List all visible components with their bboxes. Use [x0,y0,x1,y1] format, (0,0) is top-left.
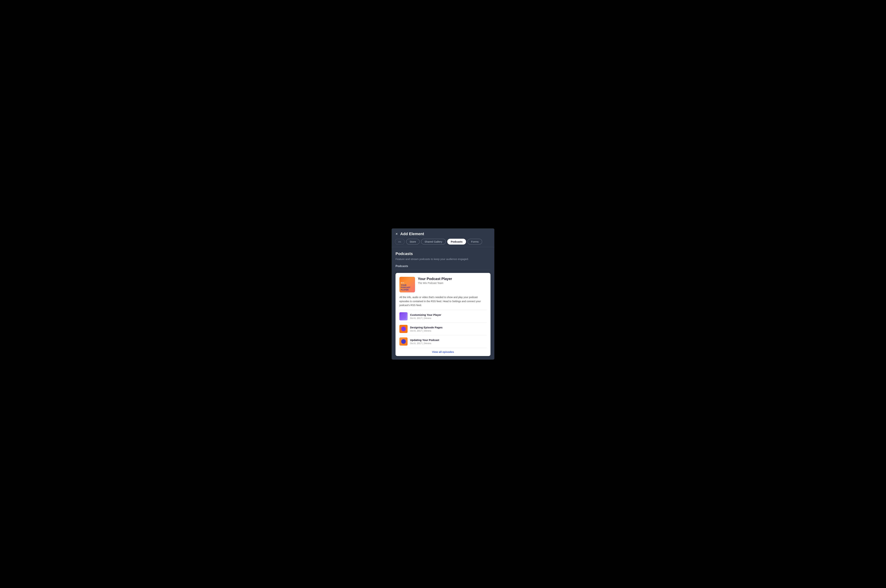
panel-body: Podcasts Feature and stream podcasts to … [391,247,495,360]
add-element-panel: × Add Element es Store Shared Gallery Po… [391,228,495,360]
panel-title: Add Element [400,232,424,236]
episode-info-3: Updating Your Podcast Oct 8, 2017 | 34mi… [410,339,487,345]
episode-item-2[interactable]: Designing Episode Pages Oct 8, 2017 | 34… [399,323,487,335]
close-button[interactable]: × [396,232,398,236]
episode-title-2: Designing Episode Pages [410,326,487,329]
view-all-row: View all episodes [399,348,487,356]
tab-store[interactable]: Store [406,239,420,244]
subsection-label: Podcasts [396,265,490,268]
podcast-description: All the info, audio or video that's need… [399,295,487,307]
thumb-wix-label: WIX [401,282,404,284]
thumb-podcast-title: YOUR PODCAST PLAYER [401,284,414,291]
section-description: Feature and stream podcasts to keep your… [396,257,490,261]
card-info: Your Podcast Player The Wix Podcast Team [418,277,487,284]
section-heading: Podcasts [396,252,490,256]
tab-forms[interactable]: Forms [468,239,482,244]
episode-thumb-3 [399,338,408,346]
card-top: WIX YOUR PODCAST PLAYER Your Podcast Pla… [399,277,487,292]
episode-meta-1: Oct 8, 2017 | 24mins [410,317,487,320]
episode-info-1: Customizing Your Player Oct 8, 2017 | 24… [410,314,487,320]
episode-info-2: Designing Episode Pages Oct 8, 2017 | 34… [410,326,487,332]
tab-partial[interactable]: es [395,239,405,244]
tab-podcasts[interactable]: Podcasts [447,239,466,244]
view-all-button[interactable]: View all episodes [432,350,454,353]
podcast-title: Your Podcast Player [418,277,487,281]
episode-title-1: Customizing Your Player [410,314,487,316]
episode-thumb-1 [399,312,408,320]
podcast-thumbnail: WIX YOUR PODCAST PLAYER [399,277,415,292]
episode-meta-3: Oct 8, 2017 | 34mins [410,342,487,345]
tab-shared-gallery[interactable]: Shared Gallery [421,239,446,244]
episode-item-1[interactable]: Customizing Your Player Oct 8, 2017 | 24… [399,310,487,323]
episode-item-3[interactable]: Updating Your Podcast Oct 8, 2017 | 34mi… [399,335,487,348]
episode-thumb-2 [399,325,408,333]
episode-meta-2: Oct 8, 2017 | 34mins [410,330,487,332]
tabs-row: es Store Shared Gallery Podcasts Forms [391,239,495,247]
podcast-author: The Wix Podcast Team [418,282,487,284]
panel-header: × Add Element [391,228,495,239]
podcast-card: WIX YOUR PODCAST PLAYER Your Podcast Pla… [396,273,490,356]
episode-title-3: Updating Your Podcast [410,339,487,342]
episode-list: Customizing Your Player Oct 8, 2017 | 24… [399,310,487,348]
